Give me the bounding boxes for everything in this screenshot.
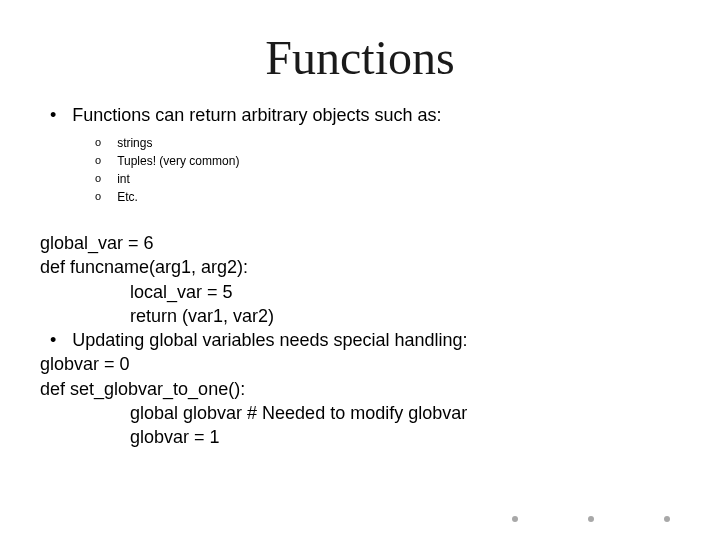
sub-item-2: o int xyxy=(95,170,680,188)
sub-text-0: strings xyxy=(117,134,152,152)
sub-text-1: Tuples! (very common) xyxy=(117,152,239,170)
sub-list: o strings o Tuples! (very common) o int … xyxy=(95,134,680,206)
code2-line-2: global globvar # Needed to modify globva… xyxy=(40,401,680,425)
sub-item-3: o Etc. xyxy=(95,188,680,206)
bullet-icon: • xyxy=(50,328,56,352)
bullet-text-1: Functions can return arbitrary objects s… xyxy=(72,105,441,126)
dot-icon xyxy=(512,516,518,522)
code-line-2: local_var = 5 xyxy=(40,280,680,304)
sub-item-0: o strings xyxy=(95,134,680,152)
sub-marker: o xyxy=(95,170,101,187)
bullet-main-1: • Functions can return arbitrary objects… xyxy=(50,105,680,126)
sub-item-1: o Tuples! (very common) xyxy=(95,152,680,170)
bullet-section-1: • Functions can return arbitrary objects… xyxy=(40,105,680,206)
sub-text-3: Etc. xyxy=(117,188,138,206)
code2-line-1: def set_globvar_to_one(): xyxy=(40,377,680,401)
code2-line-0: globvar = 0 xyxy=(40,352,680,376)
body-content: global_var = 6 def funcname(arg1, arg2):… xyxy=(40,231,680,450)
code-line-0: global_var = 6 xyxy=(40,231,680,255)
slide-title: Functions xyxy=(40,30,680,85)
dot-icon xyxy=(588,516,594,522)
sub-marker: o xyxy=(95,152,101,169)
sub-text-2: int xyxy=(117,170,130,188)
bullet-main-2: • Updating global variables needs specia… xyxy=(50,328,680,352)
bullet-text-2: Updating global variables needs special … xyxy=(72,328,467,352)
dot-icon xyxy=(664,516,670,522)
code-line-3: return (var1, var2) xyxy=(40,304,680,328)
bullet-icon: • xyxy=(50,105,56,126)
footer-decoration xyxy=(512,516,670,522)
sub-marker: o xyxy=(95,134,101,151)
code2-line-3: globvar = 1 xyxy=(40,425,680,449)
code-line-1: def funcname(arg1, arg2): xyxy=(40,255,680,279)
sub-marker: o xyxy=(95,188,101,205)
